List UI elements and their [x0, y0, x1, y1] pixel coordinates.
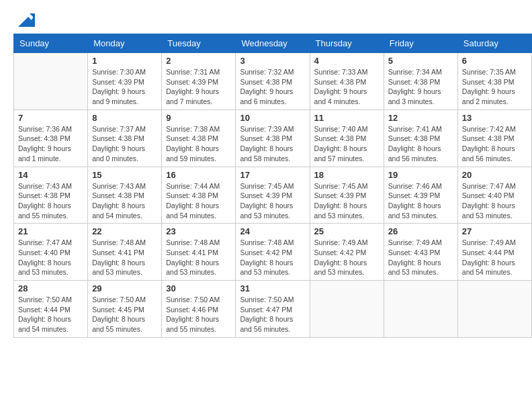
day-info: Sunrise: 7:42 AMSunset: 4:38 PMDaylight:…	[462, 124, 527, 164]
calendar-cell: 30Sunrise: 7:50 AMSunset: 4:46 PMDayligh…	[162, 281, 236, 338]
day-info: Sunrise: 7:46 AMSunset: 4:39 PMDaylight:…	[388, 181, 453, 221]
day-number: 27	[462, 226, 527, 236]
day-info: Sunrise: 7:39 AMSunset: 4:38 PMDaylight:…	[240, 124, 305, 164]
calendar-cell: 4Sunrise: 7:33 AMSunset: 4:38 PMDaylight…	[310, 53, 384, 110]
day-info: Sunrise: 7:31 AMSunset: 4:39 PMDaylight:…	[166, 67, 231, 107]
day-info: Sunrise: 7:43 AMSunset: 4:38 PMDaylight:…	[92, 181, 157, 221]
calendar-cell: 29Sunrise: 7:50 AMSunset: 4:45 PMDayligh…	[88, 281, 162, 338]
day-number: 21	[18, 226, 83, 236]
day-number: 16	[166, 170, 231, 180]
day-info: Sunrise: 7:40 AMSunset: 4:38 PMDaylight:…	[314, 124, 380, 164]
calendar-cell	[310, 281, 384, 338]
logo-icon	[15, 10, 35, 30]
calendar-cell: 14Sunrise: 7:43 AMSunset: 4:38 PMDayligh…	[14, 167, 88, 224]
calendar-cell: 17Sunrise: 7:45 AMSunset: 4:39 PMDayligh…	[236, 167, 310, 224]
day-number: 25	[314, 226, 380, 236]
calendar-cell: 23Sunrise: 7:48 AMSunset: 4:41 PMDayligh…	[162, 224, 236, 281]
calendar-cell: 25Sunrise: 7:49 AMSunset: 4:42 PMDayligh…	[310, 224, 384, 281]
calendar-header-monday: Monday	[88, 34, 162, 53]
day-number: 10	[240, 113, 305, 123]
day-info: Sunrise: 7:47 AMSunset: 4:40 PMDaylight:…	[18, 238, 83, 277]
day-info: Sunrise: 7:37 AMSunset: 4:38 PMDaylight:…	[92, 124, 157, 164]
calendar-header-thursday: Thursday	[310, 34, 384, 53]
day-number: 12	[388, 113, 453, 123]
calendar-cell: 13Sunrise: 7:42 AMSunset: 4:38 PMDayligh…	[457, 109, 531, 167]
calendar-cell: 8Sunrise: 7:37 AMSunset: 4:38 PMDaylight…	[88, 109, 162, 167]
day-number: 23	[166, 226, 231, 236]
day-info: Sunrise: 7:49 AMSunset: 4:44 PMDaylight:…	[462, 238, 527, 277]
calendar-header-tuesday: Tuesday	[162, 34, 236, 53]
calendar-cell: 10Sunrise: 7:39 AMSunset: 4:38 PMDayligh…	[236, 109, 310, 167]
day-number: 5	[388, 56, 453, 66]
day-number: 8	[92, 113, 157, 123]
day-number: 30	[166, 283, 231, 293]
calendar-cell: 20Sunrise: 7:47 AMSunset: 4:40 PMDayligh…	[457, 167, 531, 224]
calendar-cell: 9Sunrise: 7:38 AMSunset: 4:38 PMDaylight…	[162, 109, 236, 167]
calendar-cell	[14, 53, 88, 110]
day-number: 13	[462, 113, 527, 123]
calendar-cell: 2Sunrise: 7:31 AMSunset: 4:39 PMDaylight…	[162, 53, 236, 110]
calendar-cell: 24Sunrise: 7:48 AMSunset: 4:42 PMDayligh…	[236, 224, 310, 281]
calendar-cell: 19Sunrise: 7:46 AMSunset: 4:39 PMDayligh…	[384, 167, 457, 224]
calendar-cell: 12Sunrise: 7:41 AMSunset: 4:38 PMDayligh…	[384, 109, 457, 167]
calendar-header-friday: Friday	[384, 34, 457, 53]
day-number: 4	[314, 56, 380, 66]
day-number: 9	[166, 113, 231, 123]
day-number: 20	[462, 170, 527, 180]
day-info: Sunrise: 7:45 AMSunset: 4:39 PMDaylight:…	[314, 181, 380, 221]
calendar-cell: 3Sunrise: 7:32 AMSunset: 4:38 PMDaylight…	[236, 53, 310, 110]
calendar-table: SundayMondayTuesdayWednesdayThursdayFrid…	[13, 34, 532, 338]
calendar-cell: 11Sunrise: 7:40 AMSunset: 4:38 PMDayligh…	[310, 109, 384, 167]
calendar-cell: 27Sunrise: 7:49 AMSunset: 4:44 PMDayligh…	[457, 224, 531, 281]
day-info: Sunrise: 7:47 AMSunset: 4:40 PMDaylight:…	[462, 181, 527, 221]
calendar-cell: 6Sunrise: 7:35 AMSunset: 4:38 PMDaylight…	[457, 53, 531, 110]
calendar-cell: 28Sunrise: 7:50 AMSunset: 4:44 PMDayligh…	[14, 281, 88, 338]
day-number: 24	[240, 226, 305, 236]
day-info: Sunrise: 7:36 AMSunset: 4:38 PMDaylight:…	[18, 124, 83, 164]
calendar-cell	[457, 281, 531, 338]
day-info: Sunrise: 7:41 AMSunset: 4:38 PMDaylight:…	[388, 124, 453, 164]
calendar-cell: 21Sunrise: 7:47 AMSunset: 4:40 PMDayligh…	[14, 224, 88, 281]
day-number: 14	[18, 170, 83, 180]
calendar-week-2: 7Sunrise: 7:36 AMSunset: 4:38 PMDaylight…	[14, 109, 532, 167]
calendar-header-wednesday: Wednesday	[236, 34, 310, 53]
day-info: Sunrise: 7:43 AMSunset: 4:38 PMDaylight:…	[18, 181, 83, 221]
day-info: Sunrise: 7:34 AMSunset: 4:38 PMDaylight:…	[388, 67, 453, 107]
calendar-wrapper: SundayMondayTuesdayWednesdayThursdayFrid…	[0, 34, 532, 345]
day-number: 2	[166, 56, 231, 66]
day-number: 18	[314, 170, 380, 180]
calendar-cell: 31Sunrise: 7:50 AMSunset: 4:47 PMDayligh…	[236, 281, 310, 338]
day-number: 28	[18, 283, 83, 293]
calendar-cell: 7Sunrise: 7:36 AMSunset: 4:38 PMDaylight…	[14, 109, 88, 167]
day-info: Sunrise: 7:48 AMSunset: 4:42 PMDaylight:…	[240, 238, 305, 277]
day-number: 15	[92, 170, 157, 180]
day-info: Sunrise: 7:45 AMSunset: 4:39 PMDaylight:…	[240, 181, 305, 221]
calendar-week-3: 14Sunrise: 7:43 AMSunset: 4:38 PMDayligh…	[14, 167, 532, 224]
day-number: 29	[92, 283, 157, 293]
day-info: Sunrise: 7:32 AMSunset: 4:38 PMDaylight:…	[240, 67, 305, 107]
day-number: 11	[314, 113, 380, 123]
calendar-cell: 22Sunrise: 7:48 AMSunset: 4:41 PMDayligh…	[88, 224, 162, 281]
day-number: 1	[92, 56, 157, 66]
day-number: 26	[388, 226, 453, 236]
day-info: Sunrise: 7:49 AMSunset: 4:43 PMDaylight:…	[388, 238, 453, 277]
day-info: Sunrise: 7:44 AMSunset: 4:38 PMDaylight:…	[166, 181, 231, 221]
calendar-cell: 18Sunrise: 7:45 AMSunset: 4:39 PMDayligh…	[310, 167, 384, 224]
day-number: 7	[18, 113, 83, 123]
day-info: Sunrise: 7:49 AMSunset: 4:42 PMDaylight:…	[314, 238, 380, 277]
svg-marker-1	[30, 13, 35, 19]
day-info: Sunrise: 7:50 AMSunset: 4:44 PMDaylight:…	[18, 295, 83, 334]
day-number: 6	[462, 56, 527, 66]
calendar-cell	[384, 281, 457, 338]
calendar-cell: 15Sunrise: 7:43 AMSunset: 4:38 PMDayligh…	[88, 167, 162, 224]
day-info: Sunrise: 7:35 AMSunset: 4:38 PMDaylight:…	[462, 67, 527, 107]
day-info: Sunrise: 7:33 AMSunset: 4:38 PMDaylight:…	[314, 67, 380, 107]
day-number: 31	[240, 283, 305, 293]
day-number: 22	[92, 226, 157, 236]
calendar-header-row: SundayMondayTuesdayWednesdayThursdayFrid…	[14, 34, 532, 53]
day-info: Sunrise: 7:50 AMSunset: 4:47 PMDaylight:…	[240, 295, 305, 334]
calendar-cell: 5Sunrise: 7:34 AMSunset: 4:38 PMDaylight…	[384, 53, 457, 110]
calendar-week-5: 28Sunrise: 7:50 AMSunset: 4:44 PMDayligh…	[14, 281, 532, 338]
day-info: Sunrise: 7:48 AMSunset: 4:41 PMDaylight:…	[92, 238, 157, 277]
day-info: Sunrise: 7:50 AMSunset: 4:46 PMDaylight:…	[166, 295, 231, 334]
